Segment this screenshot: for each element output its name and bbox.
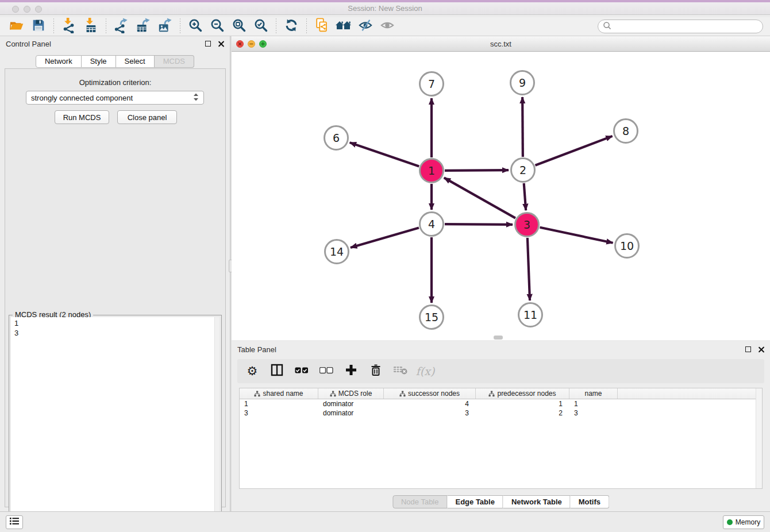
delete-column-button[interactable] [368,363,384,379]
zoom-out-button[interactable] [209,18,225,35]
clone-network-button[interactable] [314,18,330,35]
result-scrollbar[interactable] [214,317,220,529]
graph-edge[interactable] [528,238,530,300]
graph-edge[interactable] [350,142,419,166]
memory-button[interactable]: Memory [723,515,764,529]
control-panel-tabs: Network Style Select MCDS [0,55,230,68]
close-panel-icon[interactable] [758,346,764,353]
add-column-button[interactable] [343,363,359,379]
table-cell[interactable]: dominator [318,408,384,418]
table-cell[interactable]: 1 [240,399,318,408]
table-row[interactable]: 3dominator323 [240,408,762,418]
network-list-button[interactable] [6,515,23,529]
table-cell[interactable]: 3 [240,408,318,418]
run-mcds-button[interactable]: Run MCDS [55,110,109,124]
zoom-fit-icon [232,18,247,35]
tab-network-table[interactable]: Network Table [503,495,571,508]
tab-select[interactable]: Select [116,55,155,68]
table-cell[interactable]: 3 [569,408,618,418]
graph-edge[interactable] [351,228,419,248]
app-titlebar: Session: New Session [0,0,770,15]
status-bar: Memory [0,511,770,532]
column-header[interactable]: MCDS role [318,388,384,399]
table-cell[interactable]: 1 [476,399,569,408]
network-canvas[interactable]: 7968124314101511 [232,52,770,340]
table-cell[interactable]: dominator [318,399,384,408]
graph-node-label: 14 [330,245,344,258]
criterion-value: strongly connected component [31,94,133,102]
zoom-in-icon [188,18,203,35]
node-table: shared name MCDS role successor nodes pr… [239,388,763,489]
float-panel-icon[interactable] [745,346,751,352]
criterion-dropdown[interactable]: strongly connected component [26,91,204,105]
close-panel-icon[interactable] [218,41,224,47]
table-settings-button[interactable]: ⚙ [244,363,260,379]
canvas-hscroll-thumb[interactable] [494,336,503,340]
zoom-in-button[interactable] [187,18,203,35]
graph-edge[interactable] [536,136,613,165]
close-panel-button[interactable]: Close panel [117,110,177,124]
clone-network-icon [314,17,329,36]
graph-edge[interactable] [445,170,509,171]
refresh-icon [284,18,299,35]
tab-network[interactable]: Network [36,55,82,68]
split-view-button[interactable] [269,363,285,379]
search-input[interactable] [614,22,758,30]
export-table-button[interactable] [135,18,151,35]
table-scrollbar[interactable] [756,388,762,488]
graph-edge[interactable] [524,183,526,210]
zoom-selected-icon [253,18,268,35]
zoom-selected-button[interactable] [253,18,269,35]
table-cell[interactable]: 3 [384,408,476,418]
mcds-result-text[interactable]: 1 3 [11,317,220,529]
hide-graphics-details-button[interactable] [357,18,374,35]
function-builder-button: f(x) [417,363,433,379]
column-header[interactable]: shared name [240,388,318,399]
window-close-icon[interactable] [12,6,19,13]
tab-style[interactable]: Style [82,55,116,68]
mcds-panel-body: Optimization criterion: strongly connect… [5,68,226,507]
export-image-button[interactable] [157,18,173,35]
gear-icon: ⚙ [247,364,258,379]
save-session-button[interactable] [30,18,47,35]
column-header[interactable]: name [569,388,618,399]
optimization-criterion-label: Optimization criterion: [5,78,225,87]
graph-edge[interactable] [540,228,613,243]
open-session-button[interactable] [9,18,25,35]
graph-edge[interactable] [522,97,523,157]
table-cell[interactable]: 1 [569,399,618,408]
export-network-button[interactable] [113,18,129,35]
tab-edge-table[interactable]: Edge Table [447,495,503,508]
column-header[interactable]: successor nodes [384,388,476,399]
deselect-all-button[interactable] [318,363,334,379]
float-panel-icon[interactable] [205,41,211,47]
plus-icon [345,364,357,378]
result-line: 3 [11,328,220,338]
refresh-view-button[interactable] [283,18,299,35]
table-cell[interactable]: 2 [476,408,569,418]
eye-slash-icon [357,18,374,35]
tab-mcds[interactable]: MCDS [155,55,194,68]
graph-node-label: 15 [425,311,438,323]
toolbar-separator [53,18,54,34]
zoom-fit-button[interactable] [231,18,247,35]
column-header[interactable]: predecessor nodes [476,388,569,399]
tab-motifs[interactable]: Motifs [571,495,609,508]
network-view-window: scc.txt 7968124314101511 [232,36,770,340]
window-zoom-icon[interactable] [35,6,42,13]
open-folder-icon [9,18,24,35]
tab-node-table[interactable]: Node Table [392,495,448,508]
import-network-button[interactable] [61,18,77,35]
import-table-button[interactable] [83,18,99,35]
table-row[interactable]: 1dominator411 [240,399,762,408]
show-all-networks-button[interactable] [336,18,352,35]
window-minimize-icon[interactable] [24,6,30,13]
graph-edge[interactable] [445,224,513,225]
graph-node-label: 1 [428,164,435,177]
search-field[interactable] [598,20,763,33]
graph-edge[interactable] [444,178,515,218]
table-cell[interactable]: 4 [384,399,476,408]
select-all-button[interactable] [294,363,310,379]
network-window-titlebar[interactable]: scc.txt [232,36,770,52]
mcds-result-group: MCDS result (2 nodes) 1 3 [9,315,222,531]
